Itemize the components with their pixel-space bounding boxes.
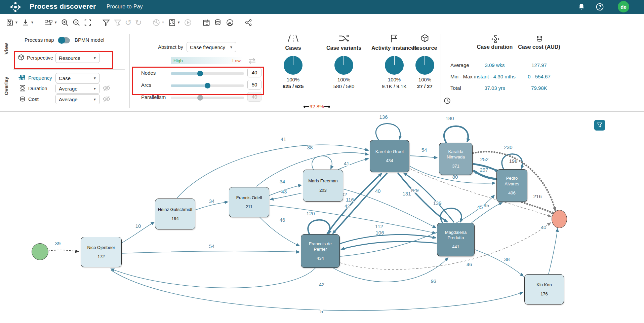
low-label: Low — [232, 58, 241, 63]
node-name: Heinz Gutschmidt — [158, 207, 193, 212]
edge-Maris Freeman-to-Magdalena Predutta[interactable] — [344, 189, 436, 228]
resource-label: Resource — [400, 45, 450, 51]
start-event-node[interactable] — [32, 243, 48, 260]
resource-pie[interactable] — [400, 55, 450, 77]
edge-Nico Ojenbeer-to-Francois de Perrier[interactable] — [122, 251, 299, 253]
resource-stat: Resource 100% 27 / 27 — [400, 34, 450, 89]
zoom-out-icon[interactable] — [72, 19, 80, 27]
duration-value: Average — [59, 86, 78, 92]
process-map-label: Process map — [25, 37, 54, 43]
edge-Francis Odell-to-Magdalena Predutta[interactable] — [270, 205, 436, 233]
resource-node-karalda-nimwada[interactable]: Karalda Nimwada371 — [439, 143, 473, 175]
zoom-in-icon[interactable] — [61, 19, 69, 27]
edge-Karel de Groot-to-Karalda Nimwada[interactable] — [410, 156, 437, 158]
resource-node-francois-de-perrier[interactable]: Francois de Perrier434 — [301, 234, 340, 268]
edge-Francois de Perrier-to-Nico Ojenbeer[interactable] — [111, 268, 315, 288]
undo-button[interactable]: ↺ — [125, 19, 132, 26]
edge-Maris Freeman-to-Karel de Groot[interactable] — [338, 158, 368, 170]
resource-node-kiu-kan[interactable]: Kiu Kan176 — [524, 274, 564, 304]
frequency-dropdown[interactable]: Case▼ — [55, 73, 100, 83]
arcs-value-box[interactable]: 50 — [247, 80, 261, 89]
edge-Karel de Groot-to-Magdalena Predutta[interactable] — [398, 173, 447, 222]
duration-dropdown[interactable]: Average▼ — [55, 83, 100, 94]
arcs-slider[interactable] — [171, 84, 244, 87]
edge-Francois de Perrier-to-Francois de Perrier[interactable] — [308, 220, 330, 235]
invert-order-icon[interactable] — [248, 57, 256, 66]
layout-button[interactable]: ▼ — [44, 19, 57, 27]
edge-Karel de Groot-to-Karel de Groot[interactable] — [376, 123, 400, 140]
case-variants-pie[interactable] — [319, 55, 369, 77]
resource-node-nico-ojenbeer[interactable]: Nico Ojenbeer172 — [81, 237, 122, 267]
resource-node-magdalena-predutta[interactable]: Magdalena Predutta441 — [437, 223, 475, 256]
nodes-value-box[interactable]: 40 — [247, 68, 261, 77]
cases-pie[interactable] — [268, 55, 318, 77]
quick-filter-button[interactable] — [594, 120, 605, 131]
edge-Nico Ojenbeer-to-Kiu Kan[interactable] — [111, 270, 523, 311]
user-avatar[interactable]: de — [618, 1, 629, 12]
parallelism-slider[interactable] — [171, 97, 244, 99]
conformance-gauge-button[interactable] — [226, 19, 234, 27]
abstract-by-value: Case frequency — [190, 44, 225, 50]
edge-Magdalena Predutta-to-Karel de Groot[interactable] — [404, 173, 454, 222]
export-download-button[interactable]: ▼ — [22, 19, 34, 27]
edge-Magdalena Predutta-to-Kiu Kan[interactable] — [475, 250, 523, 276]
node-name: Francois de Perrier — [303, 241, 338, 252]
process-map-bpmn-toggle[interactable] — [58, 37, 70, 43]
share-button[interactable] — [244, 19, 252, 27]
edge-label: 38 — [307, 145, 313, 150]
case-variants-stat: Case variants 100% 580 / 580 — [319, 34, 369, 89]
resource-node-karel-de-groot[interactable]: Karel de Groot434 — [370, 140, 409, 172]
edge-Maris Freeman-to-Maris Freeman[interactable] — [312, 156, 332, 170]
toolbar-divider — [147, 17, 147, 28]
resource-node-pedro-alvares[interactable]: Pedro Alvares406 — [496, 169, 527, 202]
remove-filter-button[interactable] — [114, 19, 122, 27]
process-map: 3910543441383443464113618054230198252297… — [0, 112, 644, 323]
case-cost-title: Case cost (AUD) — [502, 44, 576, 50]
variant-coverage-link: 92.8% — [304, 104, 330, 109]
cost-total-value: 79.98K — [502, 85, 576, 91]
fit-to-screen-icon[interactable] — [84, 19, 92, 27]
edge-Magdalena Predutta-to-Magdalena Predutta[interactable] — [441, 208, 461, 223]
resource-node-francis-odell[interactable]: Francis Odell211 — [229, 187, 269, 217]
edge-start-to-Nico Ojenbeer[interactable] — [48, 250, 79, 252]
cost-visibility-off-icon[interactable] — [103, 95, 111, 104]
app-logo-icon[interactable] — [9, 1, 22, 14]
performance-dashboard-button[interactable]: ▼ — [168, 19, 180, 27]
edge-Kiu Kan-to-end[interactable] — [549, 228, 558, 274]
end-event-node[interactable] — [552, 210, 567, 228]
view-section-label: View — [3, 43, 9, 55]
variant-coverage-percent: 92.8% — [309, 104, 324, 109]
high-label: High — [173, 58, 183, 63]
edge-label: 198 — [509, 158, 517, 164]
node-frequency-value: 211 — [246, 204, 253, 209]
edge-label: 252 — [480, 156, 488, 162]
animate-button[interactable]: ▼ — [152, 19, 165, 27]
app-header: Process discoverer Procure-to-Pay de — [0, 0, 644, 14]
nodes-slider[interactable] — [171, 72, 244, 75]
node-name: Karalda Nimwada — [441, 149, 471, 160]
case-variants-shuffle-icon — [337, 34, 351, 43]
edge-label: 45 — [477, 204, 483, 210]
redo-button[interactable]: ↻ — [135, 19, 142, 26]
node-frequency-value: 172 — [97, 254, 105, 259]
notifications-bell-icon[interactable] — [577, 3, 586, 11]
cost-settings-button[interactable] — [214, 19, 223, 27]
resource-node-heinz-gutschmidt[interactable]: Heinz Gutschmidt194 — [155, 199, 195, 229]
parallelism-value-box[interactable]: 40 — [247, 92, 261, 102]
node-name: Maris Freeman — [308, 178, 337, 184]
duration-visibility-off-icon[interactable] — [103, 84, 111, 93]
resource-node-maris-freeman[interactable]: Maris Freeman203 — [303, 170, 343, 202]
edge-Pedro Alvares-to-end[interactable] — [522, 202, 555, 214]
cost-dropdown[interactable]: Average▼ — [55, 94, 100, 104]
help-icon[interactable] — [596, 3, 604, 11]
edge-label: 42 — [319, 282, 325, 287]
perspective-dropdown[interactable]: Resource▼ — [55, 53, 100, 63]
edge-label: 106 — [375, 230, 384, 236]
filter-button[interactable] — [102, 19, 110, 27]
edge-Karalda Nimwada-to-Karalda Nimwada[interactable] — [444, 126, 468, 143]
cost-label: Cost — [28, 96, 39, 102]
simulate-play-button[interactable] — [184, 19, 192, 27]
calendar-button[interactable] — [202, 19, 210, 27]
abstract-by-dropdown[interactable]: Case frequency▼ — [187, 42, 236, 52]
save-button[interactable]: ▼ — [6, 19, 18, 27]
